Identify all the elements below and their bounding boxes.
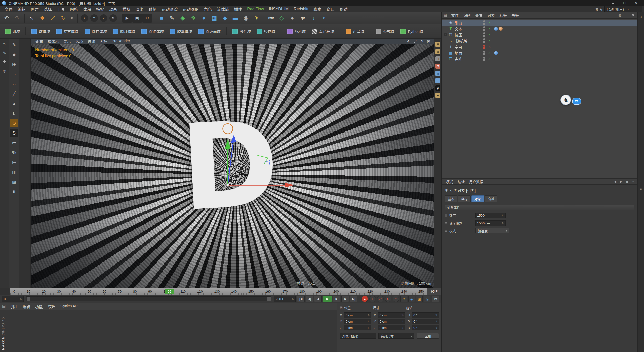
material-menu-item[interactable]: 创建 [8, 304, 20, 309]
tab-basic[interactable]: 基本 [445, 195, 457, 202]
menu-item[interactable]: 网格 [67, 6, 80, 12]
record-parameter-toggle[interactable]: ◇ [393, 296, 399, 302]
tab-coordinates[interactable]: 坐标 [458, 195, 471, 202]
menu-item[interactable]: 体积 [80, 6, 94, 12]
camera-object[interactable]: ◉ [241, 13, 251, 23]
enable-axis[interactable]: ⊙ [10, 119, 18, 127]
rotation-b-field[interactable]: 0 °⇅ [412, 325, 439, 330]
phong-tag[interactable] [494, 27, 498, 31]
range-end-field[interactable]: 250 F⇅ [274, 296, 296, 302]
render-picture-viewer[interactable]: ▣ [132, 14, 142, 23]
field-sphere[interactable]: 球体域 [29, 27, 53, 36]
record-position-toggle[interactable]: ✛ [369, 296, 376, 302]
object-row[interactable]: T 文本 ✓ [442, 26, 637, 32]
menu-item[interactable]: 编辑 [15, 6, 28, 12]
palette-grid-icon[interactable]: ⊞ [435, 56, 440, 61]
add-cube-primitive[interactable]: ■ [156, 13, 167, 23]
field-group[interactable]: 组域 [3, 27, 22, 36]
menu-item[interactable]: 文件 [2, 6, 15, 12]
keyframe-dot[interactable] [445, 230, 447, 232]
visibility-dots[interactable] [483, 57, 485, 61]
menu-item[interactable]: 选择 [41, 6, 54, 12]
field-objects[interactable]: ▦ [209, 13, 219, 23]
viewport-menu-item[interactable]: 选项 [73, 39, 85, 44]
subdivision-surface[interactable]: ◈ [178, 13, 188, 23]
enabled-check[interactable]: ✓ [488, 21, 491, 25]
menu-item[interactable]: 运动跟踪 [159, 6, 180, 12]
viewport-menu-item[interactable]: 显示 [61, 39, 73, 44]
pan-view-icon[interactable]: ✥ [405, 39, 411, 44]
strength-field[interactable]: 1500⇅ [475, 213, 506, 218]
field-random[interactable]: 随机域 [285, 27, 308, 36]
palette-view-icon[interactable]: ◫ [435, 78, 440, 83]
brush-tool-icon[interactable]: ✎ [2, 50, 8, 56]
points-mode[interactable]: ∴ [10, 80, 18, 88]
viewport-filter-a[interactable]: ▤ [10, 158, 18, 166]
coords-size-select[interactable]: 绝对尺寸▾ [378, 333, 414, 339]
field-cylinder[interactable]: 圆柱体域 [82, 27, 109, 36]
timeline-ruler[interactable]: 0102030405060708090100110120130140150160… [10, 288, 427, 295]
rotation-h-field[interactable]: 0 °⇅ [412, 312, 439, 318]
menu-item[interactable]: 插件 [231, 6, 245, 12]
psr-tool[interactable]: PSR [266, 13, 276, 23]
minimize-button[interactable]: – [607, 0, 619, 6]
qr-plugin[interactable]: QR [298, 13, 308, 23]
prev-key-button[interactable]: ◀| [306, 296, 313, 302]
enabled-check[interactable]: ✕ [488, 45, 491, 49]
live-selection-tool[interactable]: ↖ [27, 13, 37, 23]
cursor-tool-icon[interactable]: ↖ [2, 41, 8, 47]
menu-item[interactable]: Redshift [291, 7, 311, 12]
enabled-check[interactable]: ✓ [488, 39, 491, 43]
keyframe-dot[interactable] [445, 214, 447, 217]
current-frame-field[interactable]: 95 F [427, 288, 441, 295]
field-capsule[interactable]: 胶囊体域 [167, 27, 195, 36]
move-tool[interactable]: ✥ [37, 13, 47, 23]
position-x-field[interactable]: 0 cm⇅ [344, 312, 371, 318]
am-back-icon[interactable]: ◀ [613, 180, 617, 183]
apply-button[interactable]: 应用 [417, 333, 439, 339]
tab-falloff[interactable]: 衰减 [485, 195, 497, 202]
object-row[interactable]: − ❏ 挤压 ✓ [442, 32, 637, 38]
viewport-menu-item[interactable]: 过滤 [85, 39, 97, 44]
next-key-button[interactable]: |▶ [341, 296, 349, 302]
display-mode[interactable]: ◇ [277, 13, 287, 23]
last-used-tool[interactable]: ✥ [69, 13, 75, 23]
object-manager-menu-item[interactable]: 对象 [485, 13, 497, 18]
menu-item[interactable]: 渲染 [133, 6, 146, 12]
palette-uv-icon[interactable]: ▤ [435, 42, 440, 47]
menu-item[interactable]: 工具 [54, 6, 67, 12]
menu-item[interactable]: 雕刻 [146, 6, 159, 12]
record-scale-toggle[interactable]: ⤢ [377, 296, 384, 302]
keyframe-dot[interactable] [445, 222, 447, 224]
menu-item[interactable]: 捕捉 [94, 6, 107, 12]
size-y-field[interactable]: 0 cm⇅ [378, 319, 405, 324]
attribute-menu-item[interactable]: 用户数据 [467, 179, 486, 184]
enabled-check[interactable]: ✓ [488, 33, 491, 37]
coordinates-manager-toggle[interactable]: ▤ [432, 296, 439, 302]
record-keyframe-button[interactable]: ● [361, 296, 368, 302]
magnet-toggle[interactable]: ▣ [416, 296, 423, 302]
object-row[interactable]: ▦ 地面 ✓ [442, 50, 637, 56]
rotate-view-icon[interactable]: ↻ [419, 39, 425, 44]
object-manager-menu-item[interactable]: 标签 [497, 13, 509, 18]
am-pin-icon[interactable]: ▣ [625, 180, 629, 183]
keyframe-selection-toggle[interactable]: ◈ [408, 296, 415, 302]
expand-toggle[interactable]: − [444, 33, 447, 36]
prev-frame-button[interactable]: ◀ [314, 296, 322, 302]
object-row[interactable]: ❒ 克隆 ✓ [442, 56, 637, 62]
field-torus-surface[interactable]: 圆环面域 [196, 27, 223, 36]
size-x-field[interactable]: 0 cm⇅ [378, 312, 405, 318]
coordinate-system[interactable]: ⊕ [109, 14, 117, 22]
goto-start-button[interactable]: |◀ [297, 296, 305, 302]
zoom-view-icon[interactable]: ⤢ [412, 39, 418, 44]
volume-builder[interactable]: ● [199, 13, 209, 23]
object-row[interactable]: ✺ 引力 ✓ [442, 20, 637, 26]
palette-snap-icon[interactable]: ▥ [435, 71, 440, 76]
maximize-view-icon[interactable]: ▣ [426, 39, 432, 44]
field-formula[interactable]: 公式域 [373, 27, 397, 36]
tweak-mode[interactable]: L [10, 109, 18, 117]
record-rotation-toggle[interactable]: ↻ [385, 296, 391, 302]
material-sphere[interactable]: ● [287, 13, 297, 23]
position-y-field[interactable]: 0 cm⇅ [344, 319, 371, 324]
redo-icon[interactable]: ↷ [12, 13, 22, 23]
